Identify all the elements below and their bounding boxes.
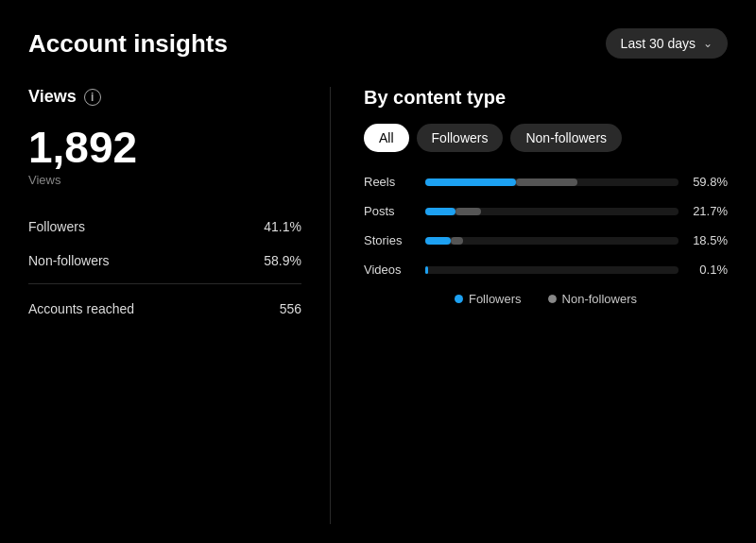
bar-label-stories: Stories bbox=[364, 233, 416, 247]
filter-tabs: All Followers Non-followers bbox=[364, 124, 728, 152]
views-info-icon[interactable]: i bbox=[84, 89, 101, 106]
bar-fill-followers-stories bbox=[425, 237, 451, 245]
bar-value-reels: 59.8% bbox=[688, 175, 728, 189]
bar-label-videos: Videos bbox=[364, 263, 416, 277]
tab-all[interactable]: All bbox=[364, 124, 409, 152]
date-filter-label: Last 30 days bbox=[621, 36, 696, 51]
nonfollowers-stat-value: 58.9% bbox=[264, 253, 301, 268]
followers-stat-value: 41.1% bbox=[264, 219, 301, 234]
views-section-title: Views i bbox=[28, 87, 301, 107]
stats-divider bbox=[28, 283, 301, 284]
bar-fill-nonfollowers-reels bbox=[516, 178, 576, 186]
bar-label-reels: Reels bbox=[364, 175, 416, 189]
date-filter-button[interactable]: Last 30 days ⌄ bbox=[606, 28, 728, 59]
bar-fill-followers-reels bbox=[425, 178, 516, 186]
bar-fill-followers-videos bbox=[425, 266, 428, 274]
bar-fill-nonfollowers-stories bbox=[451, 237, 463, 245]
bar-value-videos: 0.1% bbox=[688, 263, 728, 277]
bars-container: Reels 59.8% Posts 21.7% St bbox=[364, 175, 728, 277]
views-sublabel: Views bbox=[28, 173, 301, 187]
bar-track-videos bbox=[425, 266, 679, 274]
tab-followers[interactable]: Followers bbox=[417, 124, 504, 152]
legend-nonfollowers: Non-followers bbox=[548, 292, 637, 306]
bar-track-posts bbox=[425, 208, 679, 215]
followers-stat-label: Followers bbox=[28, 219, 85, 234]
tab-nonfollowers[interactable]: Non-followers bbox=[510, 124, 622, 152]
chevron-down-icon: ⌄ bbox=[703, 37, 713, 50]
left-panel: Views i 1,892 Views Followers 41.1% Non-… bbox=[28, 87, 331, 524]
followers-stat-row: Followers 41.1% bbox=[28, 210, 301, 244]
legend-label-followers: Followers bbox=[469, 292, 522, 306]
bar-fill-nonfollowers-posts bbox=[455, 208, 481, 215]
bar-track-stories bbox=[425, 237, 679, 245]
nonfollowers-stat-row: Non-followers 58.9% bbox=[28, 244, 301, 278]
nonfollowers-stat-label: Non-followers bbox=[28, 253, 110, 268]
header: Account insights Last 30 days ⌄ bbox=[28, 28, 728, 59]
page-title: Account insights bbox=[28, 29, 228, 59]
accounts-reached-value: 556 bbox=[280, 301, 301, 316]
bar-value-posts: 21.7% bbox=[688, 204, 728, 218]
accounts-reached-label: Accounts reached bbox=[28, 301, 134, 316]
bar-row-stories: Stories 18.5% bbox=[364, 233, 728, 247]
bar-row-reels: Reels 59.8% bbox=[364, 175, 728, 189]
views-label: Views bbox=[28, 87, 77, 107]
bar-row-posts: Posts 21.7% bbox=[364, 204, 728, 218]
views-count: 1,892 bbox=[28, 126, 301, 169]
bar-row-videos: Videos 0.1% bbox=[364, 263, 728, 277]
legend-dot-nonfollowers bbox=[548, 295, 557, 303]
bar-fill-followers-posts bbox=[425, 208, 455, 215]
content-type-title: By content type bbox=[364, 87, 728, 109]
legend: Followers Non-followers bbox=[364, 292, 728, 306]
bar-label-posts: Posts bbox=[364, 204, 416, 218]
legend-label-nonfollowers: Non-followers bbox=[562, 292, 637, 306]
bar-track-reels bbox=[425, 178, 679, 186]
accounts-reached-row: Accounts reached 556 bbox=[28, 290, 301, 328]
bar-value-stories: 18.5% bbox=[688, 233, 728, 247]
legend-followers: Followers bbox=[455, 292, 522, 306]
main-content: Views i 1,892 Views Followers 41.1% Non-… bbox=[28, 87, 728, 524]
right-panel: By content type All Followers Non-follow… bbox=[331, 87, 728, 524]
legend-dot-followers bbox=[455, 295, 463, 303]
